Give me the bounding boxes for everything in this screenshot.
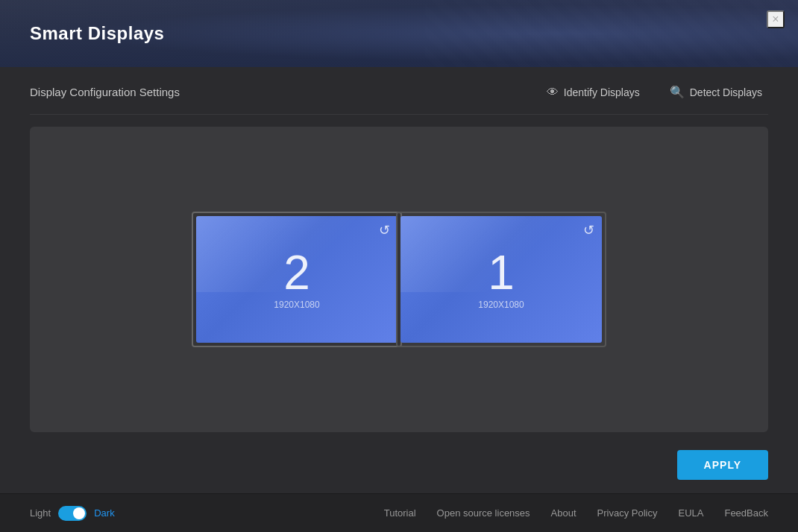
displays-wrapper: ↺ 2 1920X1080 ↺ 1 1920X1080	[196, 216, 602, 343]
dark-label: Dark	[94, 507, 114, 519]
eula-link[interactable]: EULA	[678, 507, 703, 519]
header-banner: Smart Displays ×	[0, 0, 798, 67]
apply-button-wrapper: APPLY	[677, 450, 768, 480]
settings-title: Display Configuration Settings	[30, 86, 180, 98]
tutorial-link[interactable]: Tutorial	[384, 507, 416, 519]
feedback-link[interactable]: FeedBack	[724, 507, 768, 519]
app-title: Smart Displays	[30, 23, 164, 44]
rotate-icon-1: ↺	[583, 222, 594, 238]
open-source-link[interactable]: Open source licenses	[437, 507, 530, 519]
close-button[interactable]: ×	[767, 10, 785, 28]
eye-icon: 👁	[547, 86, 559, 99]
app-title-rest: Displays	[83, 23, 165, 43]
search-icon: 🔍	[670, 85, 685, 99]
about-link[interactable]: About	[551, 507, 576, 519]
monitor-1[interactable]: ↺ 1 1920X1080	[400, 216, 602, 343]
identify-displays-label: Identify Displays	[564, 86, 640, 98]
detect-displays-label: Detect Displays	[690, 86, 762, 98]
display-canvas: ↺ 2 1920X1080 ↺ 1 1920X1080	[30, 127, 768, 432]
monitor-2-screen: ↺ 2 1920X1080	[196, 216, 398, 343]
close-icon: ×	[772, 13, 779, 26]
monitor-1-screen: ↺ 1 1920X1080	[400, 216, 602, 343]
detect-displays-button[interactable]: 🔍 Detect Displays	[664, 82, 768, 102]
app-title-bold: Smart	[30, 23, 83, 43]
apply-button[interactable]: APPLY	[677, 450, 768, 480]
identify-displays-button[interactable]: 👁 Identify Displays	[541, 83, 646, 102]
monitor-2[interactable]: ↺ 2 1920X1080	[196, 216, 398, 343]
monitor-2-resolution: 1920X1080	[274, 300, 319, 310]
privacy-policy-link[interactable]: Privacy Policy	[597, 507, 658, 519]
main-content: Display Configuration Settings 👁 Identif…	[0, 67, 798, 432]
footer-left: Light Dark	[30, 506, 115, 521]
light-label: Light	[30, 507, 51, 519]
monitor-2-number: 2	[283, 249, 310, 297]
footer-links: Tutorial Open source licenses About Priv…	[384, 507, 768, 519]
settings-actions: 👁 Identify Displays 🔍 Detect Displays	[541, 82, 768, 102]
settings-bar: Display Configuration Settings 👁 Identif…	[30, 67, 768, 115]
footer: Light Dark Tutorial Open source licenses…	[0, 493, 798, 532]
toggle-thumb	[73, 507, 85, 519]
monitor-1-number: 1	[488, 249, 515, 297]
header-decoration	[425, 0, 798, 67]
toggle-track	[58, 506, 87, 521]
monitor-1-resolution: 1920X1080	[478, 300, 524, 310]
rotate-icon-2: ↺	[379, 222, 390, 238]
theme-toggle[interactable]	[58, 506, 87, 521]
